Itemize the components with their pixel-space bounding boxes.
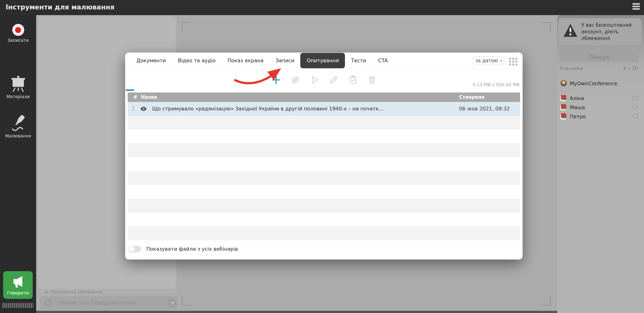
warning-text: У вас безкоштовний аккаунт, діють обмеже… xyxy=(581,22,636,42)
tab-cta[interactable]: CTA xyxy=(372,53,394,68)
participant-name: Петро xyxy=(570,114,586,120)
tab-screen-share[interactable]: Показ екрана xyxy=(222,53,270,68)
tab-polls[interactable]: Опитування xyxy=(300,53,345,68)
chat-bubble-icon[interactable] xyxy=(633,105,638,110)
grid-view-icon[interactable] xyxy=(509,58,518,65)
sort-label: за датою xyxy=(475,58,498,64)
files-table: # Назва Створено 1 Що стримувало «радяні… xyxy=(128,92,520,240)
participant-row[interactable]: Маша xyxy=(557,103,644,112)
header-number: # xyxy=(133,94,137,100)
storage-usage: 5.13 MB з 500.00 MB xyxy=(473,82,519,87)
add-icon[interactable] xyxy=(271,75,281,85)
record-icon xyxy=(12,24,24,36)
hamburger-menu-icon[interactable] xyxy=(632,3,640,11)
chevron-down-icon: ▾ xyxy=(501,59,502,63)
participant-row-host[interactable]: MyOwnConference xyxy=(557,80,644,88)
volume-meter xyxy=(3,303,33,308)
file-name: Що стримувало «радянізацію» Західної Укр… xyxy=(152,106,384,112)
tab-tests[interactable]: Тести xyxy=(345,53,372,68)
host-avatar xyxy=(560,80,567,87)
page-title: Інструменти для малювання xyxy=(6,3,114,11)
speak-label: Говорити xyxy=(3,290,33,295)
table-empty-row xyxy=(128,185,520,199)
participant-name: Маша xyxy=(570,104,585,110)
materials-button[interactable]: Матеріали xyxy=(0,76,36,99)
stage-corner-marker xyxy=(541,296,551,306)
trash-icon[interactable] xyxy=(367,75,377,85)
chat-input-placeholder: Написати повідомлення xyxy=(59,299,135,306)
search-placeholder: Пошук xyxy=(589,54,610,60)
participant-name: Аліна xyxy=(570,95,584,101)
files-dialog: Документи Відео та аудіо Показ екрана За… xyxy=(125,53,523,260)
send-message-button[interactable] xyxy=(168,299,177,308)
table-empty-row xyxy=(128,199,520,213)
play-icon[interactable] xyxy=(310,75,319,85)
file-created-date: 06 жов 2021, 08:32 xyxy=(459,106,510,112)
arrow-up-icon xyxy=(170,301,175,306)
bottom-edge-bar xyxy=(36,311,644,313)
show-all-webinars-toggle[interactable] xyxy=(128,246,141,252)
tab-recordings[interactable]: Записи xyxy=(269,53,300,68)
participant-row[interactable]: Петро xyxy=(557,113,644,121)
stage-corner-marker xyxy=(541,22,551,31)
row-number: 1 xyxy=(132,106,135,112)
free-account-warning: У вас безкоштовний аккаунт, діють обмеже… xyxy=(558,18,641,45)
links-forbidden-text: Посилання заборонені xyxy=(51,289,103,294)
links-forbidden-note: Посилання заборонені xyxy=(44,289,103,294)
participants-panel: У вас безкоштовний аккаунт, діють обмеже… xyxy=(557,15,644,313)
participants-header: 4 з 20 Учасники xyxy=(560,66,641,71)
files-tab-bar: Документи Відео та аудіо Показ екрана За… xyxy=(125,53,523,69)
table-empty-row xyxy=(128,213,520,226)
tab-documents[interactable]: Документи xyxy=(130,53,172,68)
eye-icon xyxy=(140,106,147,111)
record-label: Записати xyxy=(8,38,29,43)
files-toolbar xyxy=(125,72,523,88)
scroll-indicator xyxy=(126,89,134,91)
table-empty-row xyxy=(128,171,520,185)
show-all-webinars-row: Показувати файли з усіх вебінарів xyxy=(128,245,238,253)
toggle-label: Показувати файли з усіх вебінарів xyxy=(146,246,238,252)
easel-icon xyxy=(10,76,26,92)
eye-off-icon[interactable] xyxy=(291,75,300,85)
participants-search-input[interactable]: Пошук xyxy=(560,53,639,62)
participant-name: MyOwnConference xyxy=(570,81,617,87)
header-created: Створено xyxy=(459,94,485,100)
table-empty-row xyxy=(128,226,520,240)
materials-label: Матеріали xyxy=(6,94,30,99)
top-bar: Інструменти для малювання xyxy=(0,0,644,15)
left-toolbar: Записати Матеріали Малювання xyxy=(0,15,36,313)
warning-triangle-icon xyxy=(563,23,578,38)
clipboard-check-icon[interactable] xyxy=(348,75,358,85)
marker-icon xyxy=(10,115,26,131)
speak-button[interactable]: Говорити xyxy=(3,271,33,299)
stage-corner-marker xyxy=(182,22,191,31)
drawing-button[interactable]: Малювання xyxy=(0,115,36,138)
table-empty-row xyxy=(128,116,520,130)
table-row[interactable]: 1 Що стримувало «радянізацію» Західної У… xyxy=(128,102,520,116)
tab-video-audio[interactable]: Відео та аудіо xyxy=(172,53,222,68)
flag-avatar xyxy=(560,95,566,101)
flag-avatar xyxy=(560,104,566,110)
participants-label: Учасники xyxy=(560,66,583,71)
table-empty-row xyxy=(128,143,520,157)
chat-bubble-icon[interactable] xyxy=(633,114,638,119)
megaphone-icon xyxy=(11,275,25,289)
flag-avatar xyxy=(560,113,566,120)
pencil-icon[interactable] xyxy=(329,75,338,85)
drawing-label: Малювання xyxy=(5,133,31,138)
chain-icon xyxy=(44,290,49,294)
table-header: # Назва Створено xyxy=(128,92,520,102)
table-empty-row xyxy=(128,130,520,143)
table-empty-row xyxy=(128,157,520,171)
stage-corner-marker xyxy=(182,296,191,306)
record-button[interactable]: Записати xyxy=(0,24,36,43)
chat-message-input[interactable]: Написати повідомлення xyxy=(40,296,180,310)
participants-count: 4 з 20 xyxy=(623,66,638,71)
sort-dropdown[interactable]: за датою ▾ xyxy=(472,56,505,65)
header-name: Назва xyxy=(141,94,157,100)
smiley-icon[interactable] xyxy=(44,299,53,307)
participant-row[interactable]: Аліна xyxy=(557,94,644,103)
chat-bubble-icon[interactable] xyxy=(633,96,638,101)
